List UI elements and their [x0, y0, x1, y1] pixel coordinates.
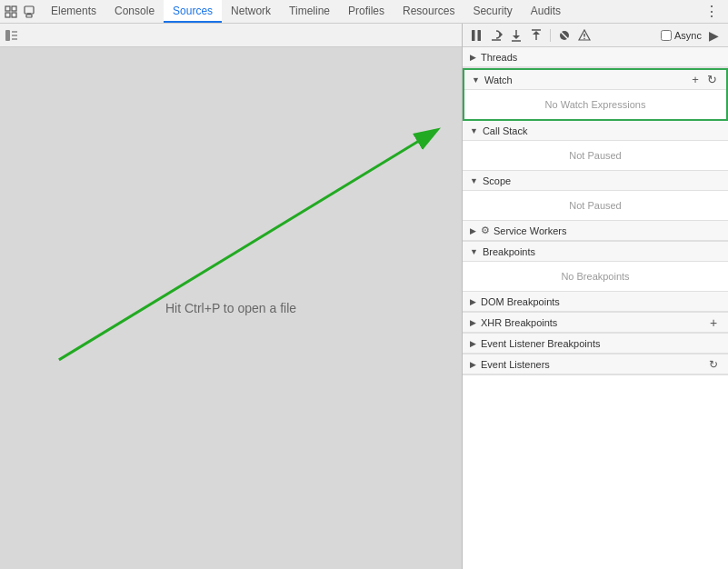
breakpoints-section-title: Breakpoints — [483, 246, 721, 257]
dom-breakpoints-section-title: DOM Breakpoints — [481, 296, 721, 307]
call-stack-status: Not Paused — [463, 145, 728, 166]
right-panel: Async ▶ ▶ Threads ▼ Watch + ↻ — [463, 24, 728, 569]
sources-hint-text: Hit Ctrl+P to open a file — [165, 301, 296, 315]
watch-triangle: ▼ — [472, 75, 480, 85]
event-listeners-triangle: ▶ — [470, 360, 476, 369]
tab-timeline[interactable]: Timeline — [280, 0, 339, 23]
svg-rect-5 — [26, 15, 32, 17]
breakpoints-section-header[interactable]: ▼ Breakpoints — [463, 242, 728, 262]
service-workers-gear-icon: ⚙ — [481, 225, 490, 236]
scope-status: Not Paused — [463, 195, 728, 216]
watch-section-body: No Watch Expressions — [464, 90, 726, 119]
event-listener-breakpoints-section-title: Event Listener Breakpoints — [481, 338, 721, 349]
async-checkbox-label: Async — [661, 30, 702, 41]
deactivate-breakpoints-button[interactable] — [556, 27, 573, 44]
event-listeners-section-title: Event Listeners — [481, 359, 704, 370]
main-tab-bar: Elements Console Sources Network Timelin… — [0, 0, 728, 24]
watch-add-button[interactable]: + — [688, 73, 703, 87]
call-stack-section: ▼ Call Stack Not Paused — [463, 121, 728, 171]
sources-toolbar — [0, 24, 462, 47]
svg-rect-4 — [25, 6, 34, 14]
breakpoints-empty-text: No Breakpoints — [463, 265, 728, 287]
call-stack-section-body: Not Paused — [463, 141, 728, 170]
tab-security[interactable]: Security — [464, 0, 521, 23]
xhr-breakpoints-triangle: ▶ — [470, 318, 476, 327]
async-checkbox[interactable] — [661, 30, 672, 41]
svg-line-12 — [59, 137, 424, 360]
tab-resources[interactable]: Resources — [394, 0, 464, 23]
tab-audits[interactable]: Audits — [522, 0, 570, 23]
watch-section-title: Watch — [484, 75, 686, 85]
sources-empty-state: Hit Ctrl+P to open a file — [0, 47, 462, 569]
inspect-icon[interactable] — [4, 5, 18, 19]
tab-sources[interactable]: Sources — [164, 0, 222, 23]
threads-triangle: ▶ — [470, 53, 476, 62]
scope-section-body: Not Paused — [463, 191, 728, 220]
right-panel-sections: ▶ Threads ▼ Watch + ↻ No Watch Expressio… — [463, 47, 728, 569]
scope-section: ▼ Scope Not Paused — [463, 171, 728, 221]
watch-section-header[interactable]: ▼ Watch + ↻ — [464, 70, 726, 90]
sidebar-toggle-icon[interactable] — [4, 27, 20, 44]
service-workers-triangle: ▶ — [470, 226, 476, 235]
pause-on-exceptions-button[interactable] — [576, 27, 593, 44]
watch-section: ▼ Watch + ↻ No Watch Expressions — [463, 68, 728, 121]
svg-rect-13 — [472, 30, 475, 41]
more-tabs-button[interactable]: ⋮ — [699, 3, 724, 20]
device-icon[interactable] — [22, 5, 36, 19]
svg-rect-1 — [5, 13, 10, 17]
event-listeners-refresh-button[interactable]: ↻ — [706, 357, 721, 372]
svg-rect-14 — [478, 30, 482, 41]
svg-rect-3 — [12, 13, 16, 17]
step-over-button[interactable] — [488, 27, 504, 44]
service-workers-section-title: Service Workers — [494, 225, 721, 236]
call-stack-triangle: ▼ — [470, 126, 478, 135]
event-listeners-section-header[interactable]: ▶ Event Listeners ↻ — [463, 354, 728, 374]
sources-panel: Hit Ctrl+P to open a file — [0, 24, 463, 569]
threads-section: ▶ Threads — [463, 47, 728, 68]
tab-network[interactable]: Network — [222, 0, 280, 23]
step-into-button[interactable] — [508, 27, 524, 44]
call-stack-section-title: Call Stack — [483, 125, 721, 136]
breakpoints-section: ▼ Breakpoints No Breakpoints — [463, 242, 728, 292]
dom-breakpoints-triangle: ▶ — [470, 297, 476, 306]
dom-breakpoints-section: ▶ DOM Breakpoints — [463, 292, 728, 313]
svg-rect-2 — [12, 6, 16, 11]
event-listener-breakpoints-section-header[interactable]: ▶ Event Listener Breakpoints — [463, 334, 728, 354]
dom-breakpoints-section-header[interactable]: ▶ DOM Breakpoints — [463, 292, 728, 312]
threads-section-title: Threads — [481, 52, 721, 63]
xhr-breakpoints-section-title: XHR Breakpoints — [481, 317, 704, 328]
scope-section-title: Scope — [483, 175, 721, 186]
step-out-button[interactable] — [528, 27, 544, 44]
toolbar-separator-1 — [550, 29, 551, 42]
service-workers-section: ▶ ⚙ Service Workers — [463, 221, 728, 242]
event-listeners-section: ▶ Event Listeners ↻ — [463, 354, 728, 375]
svg-marker-21 — [533, 31, 540, 35]
event-listener-breakpoints-section: ▶ Event Listener Breakpoints — [463, 334, 728, 354]
breakpoints-triangle: ▼ — [470, 247, 478, 256]
event-listener-breakpoints-triangle: ▶ — [470, 339, 476, 348]
watch-empty-text: No Watch Expressions — [464, 94, 726, 115]
scope-section-header[interactable]: ▼ Scope — [463, 171, 728, 191]
svg-rect-7 — [5, 30, 10, 41]
breakpoints-section-body: No Breakpoints — [463, 262, 728, 291]
scope-triangle: ▼ — [470, 176, 478, 185]
call-stack-section-header[interactable]: ▼ Call Stack — [463, 121, 728, 141]
tab-profiles[interactable]: Profiles — [339, 0, 394, 23]
service-workers-section-header[interactable]: ▶ ⚙ Service Workers — [463, 221, 728, 241]
collapse-panel-button[interactable]: ▶ — [705, 28, 723, 43]
svg-rect-0 — [5, 6, 10, 11]
watch-refresh-button[interactable]: ↻ — [704, 73, 719, 87]
threads-section-header[interactable]: ▶ Threads — [463, 47, 728, 67]
xhr-breakpoints-section-header[interactable]: ▶ XHR Breakpoints + — [463, 313, 728, 333]
svg-point-27 — [583, 37, 585, 39]
debugger-toolbar: Async ▶ — [463, 24, 728, 47]
main-container: Hit Ctrl+P to open a file — [0, 24, 728, 569]
xhr-add-button[interactable]: + — [706, 315, 721, 330]
tab-elements[interactable]: Elements — [42, 0, 105, 23]
xhr-breakpoints-section: ▶ XHR Breakpoints + — [463, 313, 728, 334]
svg-marker-18 — [513, 35, 520, 39]
tab-console[interactable]: Console — [105, 0, 164, 23]
pause-button[interactable] — [468, 27, 484, 44]
svg-marker-15 — [500, 32, 503, 37]
